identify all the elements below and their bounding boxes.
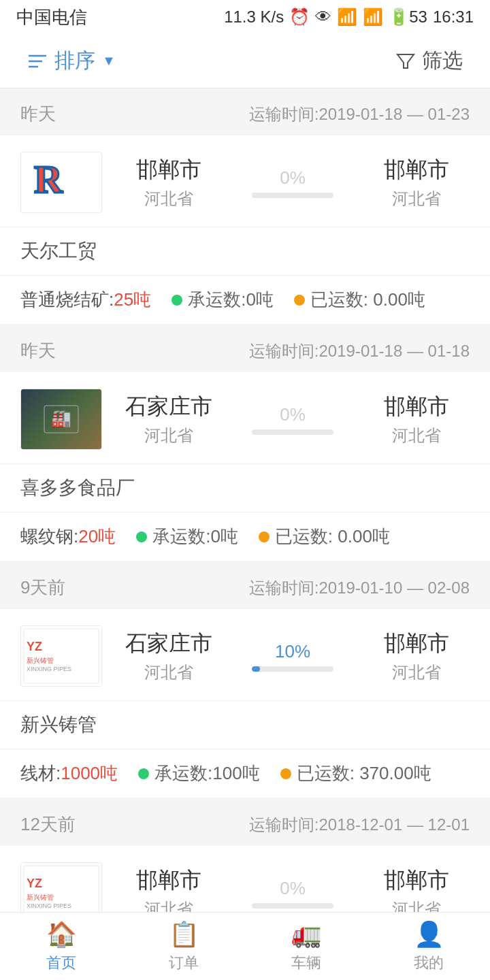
sort-icon bbox=[27, 53, 48, 69]
sort-label: 排序 bbox=[54, 47, 95, 75]
nav-item-profile[interactable]: 👤 我的 bbox=[368, 920, 490, 973]
progress-bar-3 bbox=[252, 903, 333, 909]
svg-rect-9 bbox=[24, 629, 99, 683]
svg-text:YZ: YZ bbox=[27, 877, 42, 890]
vehicle-icon: 🚛 bbox=[291, 920, 322, 949]
home-icon: 🏠 bbox=[46, 920, 77, 949]
battery-icon: 🔋53 bbox=[389, 7, 427, 27]
to-city-2: 邯郸市 河北省 bbox=[363, 629, 470, 683]
nav-item-vehicle[interactable]: 🚛 车辆 bbox=[245, 920, 368, 973]
card-main-0: R R 邯郸市 河北省 0% 邯郸市 河北省 bbox=[0, 135, 490, 227]
group-date-0: 昨天 bbox=[20, 102, 56, 126]
vehicle-label: 车辆 bbox=[291, 953, 321, 973]
group-date-1: 昨天 bbox=[20, 339, 56, 363]
order-label: 订单 bbox=[169, 953, 199, 973]
card-0[interactable]: R R 邯郸市 河北省 0% 邯郸市 河北省 bbox=[0, 135, 490, 324]
svg-text:R: R bbox=[34, 157, 63, 201]
group-header-3: 12天前 运输时间:2018-12-01 — 12-01 bbox=[0, 799, 490, 846]
company-0: 天尔工贸 bbox=[0, 227, 490, 276]
green-dot-0 bbox=[172, 295, 182, 306]
wifi-icon: 📶 bbox=[337, 7, 357, 27]
group-date-3: 12天前 bbox=[20, 813, 76, 836]
nav-item-home[interactable]: 🏠 首页 bbox=[0, 920, 122, 973]
logo-r-icon: R R bbox=[27, 155, 95, 210]
profile-icon: 👤 bbox=[414, 920, 444, 949]
svg-text:XINXING PIPES: XINXING PIPES bbox=[27, 902, 71, 909]
green-dot-2 bbox=[138, 768, 149, 779]
route-middle-3: 0% bbox=[229, 878, 357, 909]
card-1[interactable]: 🏭 石家庄市 河北省 0% 邯郸市 河北省 bbox=[0, 372, 490, 561]
svg-marker-3 bbox=[397, 54, 414, 68]
card-route-2: 石家庄市 河北省 10% 邯郸市 河北省 bbox=[116, 629, 470, 683]
status-right: 11.3 K/s ⏰ 👁 📶 📶 🔋53 16:31 bbox=[224, 7, 474, 27]
speed-label: 11.3 K/s bbox=[224, 7, 284, 27]
card-logo-2: YZ 新兴铸管 XINXING PIPES bbox=[20, 625, 102, 687]
to-city-0: 邯郸市 河北省 bbox=[363, 155, 470, 210]
time-label: 16:31 bbox=[433, 7, 474, 27]
group-transport-3: 运输时间:2018-12-01 — 12-01 bbox=[249, 814, 470, 836]
from-city-0: 邯郸市 河北省 bbox=[116, 155, 222, 210]
photo-icon: 🏭 bbox=[41, 402, 82, 436]
filter-icon bbox=[396, 53, 415, 69]
card-main-1: 🏭 石家庄市 河北省 0% 邯郸市 河北省 bbox=[0, 372, 490, 464]
group-header-0: 昨天 运输时间:2019-01-18 — 01-23 bbox=[0, 88, 490, 135]
svg-text:新兴铸管: 新兴铸管 bbox=[27, 894, 54, 901]
group-transport-1: 运输时间:2019-01-18 — 01-18 bbox=[249, 340, 470, 362]
route-middle-1: 0% bbox=[229, 404, 357, 435]
company-2: 新兴铸管 bbox=[0, 701, 490, 749]
group-transport-0: 运输时间:2019-01-18 — 01-23 bbox=[249, 103, 470, 125]
card-route-1: 石家庄市 河北省 0% 邯郸市 河北省 bbox=[116, 392, 470, 446]
order-list: 昨天 运输时间:2019-01-18 — 01-23 R R 邯郸市 河北省 0… bbox=[0, 88, 490, 980]
svg-text:🏭: 🏭 bbox=[51, 408, 71, 428]
progress-bar-2 bbox=[252, 666, 333, 672]
card-logo-0: R R bbox=[20, 152, 102, 213]
group-transport-2: 运输时间:2019-01-10 — 02-08 bbox=[249, 577, 470, 599]
svg-text:XINXING PIPES: XINXING PIPES bbox=[27, 666, 71, 672]
group-header-1: 昨天 运输时间:2019-01-18 — 01-18 bbox=[0, 325, 490, 372]
card-info-0: 普通烧结矿:25吨 承运数:0吨 已运数: 0.00吨 bbox=[0, 276, 490, 324]
status-bar: 中国电信 11.3 K/s ⏰ 👁 📶 📶 🔋53 16:31 bbox=[0, 0, 490, 34]
profile-label: 我的 bbox=[414, 953, 444, 973]
group-header-2: 9天前 运输时间:2019-01-10 — 02-08 bbox=[0, 562, 490, 609]
card-2[interactable]: YZ 新兴铸管 XINXING PIPES 石家庄市 河北省 10% 邯郸 bbox=[0, 609, 490, 798]
progress-bar-0 bbox=[252, 193, 333, 198]
xinxing-logo: YZ 新兴铸管 XINXING PIPES bbox=[21, 626, 101, 686]
from-city-2: 石家庄市 河北省 bbox=[116, 629, 222, 683]
toolbar: 排序 ▼ 筛选 bbox=[0, 34, 490, 88]
green-dot-1 bbox=[136, 532, 147, 542]
card-info-2: 线材:1000吨 承运数:100吨 已运数: 370.00吨 bbox=[0, 749, 490, 798]
card-logo-1: 🏭 bbox=[20, 389, 102, 450]
home-label: 首页 bbox=[46, 953, 76, 973]
nav-item-order[interactable]: 📋 订单 bbox=[122, 920, 245, 973]
sort-chevron-icon: ▼ bbox=[102, 53, 116, 69]
orange-dot-0 bbox=[294, 295, 305, 306]
group-date-2: 9天前 bbox=[20, 576, 65, 600]
filter-label: 筛选 bbox=[422, 47, 463, 75]
progress-fill-2 bbox=[252, 666, 260, 672]
orange-dot-2 bbox=[280, 768, 291, 779]
route-middle-0: 0% bbox=[229, 167, 357, 198]
alarm-icon: ⏰ bbox=[289, 7, 310, 27]
card-route-0: 邯郸市 河北省 0% 邯郸市 河北省 bbox=[116, 155, 470, 210]
eye-icon: 👁 bbox=[315, 7, 331, 27]
signal-icon: 📶 bbox=[363, 7, 383, 27]
carrier-label: 中国电信 bbox=[16, 5, 87, 29]
company-1: 喜多多食品厂 bbox=[0, 464, 490, 512]
filter-button[interactable]: 筛选 bbox=[396, 47, 463, 75]
svg-text:新兴铸管: 新兴铸管 bbox=[27, 657, 54, 664]
sort-button[interactable]: 排序 ▼ bbox=[27, 47, 116, 75]
order-icon: 📋 bbox=[169, 920, 199, 949]
card-main-2: YZ 新兴铸管 XINXING PIPES 石家庄市 河北省 10% 邯郸 bbox=[0, 609, 490, 701]
svg-text:YZ: YZ bbox=[27, 640, 42, 653]
to-city-1: 邯郸市 河北省 bbox=[363, 392, 470, 446]
progress-bar-1 bbox=[252, 429, 333, 435]
bottom-nav: 🏠 首页 📋 订单 🚛 车辆 👤 我的 bbox=[0, 912, 490, 980]
card-info-1: 螺纹钢:20吨 承运数:0吨 已运数: 0.00吨 bbox=[0, 512, 490, 561]
orange-dot-1 bbox=[259, 532, 270, 542]
route-middle-2: 10% bbox=[229, 641, 357, 672]
from-city-1: 石家庄市 河北省 bbox=[116, 392, 222, 446]
